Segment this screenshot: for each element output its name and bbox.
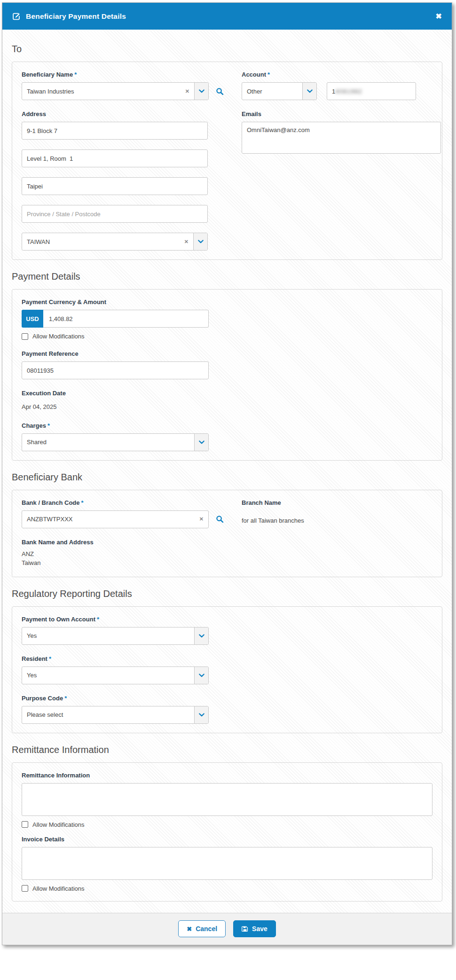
resident-value: Yes — [22, 667, 194, 684]
cancel-button[interactable]: ✖ Cancel — [178, 920, 226, 937]
chevron-down-icon — [194, 667, 208, 684]
modal-title: Beneficiary Payment Details — [26, 12, 126, 21]
bank-branch-code-label: Bank / Branch Code* — [22, 499, 242, 506]
search-icon[interactable] — [216, 87, 224, 95]
chevron-down-icon — [194, 627, 208, 644]
beneficiary-bank-panel: Bank / Branch Code* ✕ Bank Name and Addr… — [12, 490, 442, 577]
beneficiary-name-input[interactable] — [22, 83, 181, 100]
purpose-code-select[interactable]: Please select — [22, 706, 209, 724]
bank-country-line: Taiwan — [22, 559, 242, 568]
search-icon[interactable] — [216, 515, 224, 523]
payment-reference-input[interactable] — [22, 361, 209, 379]
required-asterisk: * — [49, 655, 51, 662]
address-line4-input[interactable] — [22, 205, 208, 223]
resident-label: Resident* — [22, 655, 432, 662]
bank-branch-code-input[interactable] — [22, 511, 195, 528]
emails-textarea[interactable]: OmniTaiwan@anz.com — [242, 122, 441, 154]
clear-x-icon[interactable]: ✕ — [181, 88, 194, 94]
payment-details-heading: Payment Details — [12, 271, 442, 282]
save-button[interactable]: Save — [233, 920, 276, 937]
payment-to-own-account-value: Yes — [22, 627, 194, 644]
charges-select[interactable]: Shared — [22, 433, 209, 451]
charges-label: Charges* — [22, 422, 432, 429]
bank-name-address-label: Bank Name and Address — [22, 539, 242, 546]
allow-modifications-amount-checkbox[interactable] — [22, 333, 28, 340]
beneficiary-name-label: Beneficiary Name* — [22, 71, 242, 78]
address-label: Address — [22, 110, 242, 118]
address-line1-input[interactable] — [22, 122, 208, 140]
account-number-blurred: 4081982 — [335, 88, 362, 95]
remittance-panel: Remittance Information Allow Modificatio… — [12, 762, 442, 902]
remittance-information-label: Remittance Information — [22, 772, 432, 779]
chevron-down-icon — [194, 706, 208, 723]
purpose-code-value: Please select — [22, 706, 194, 723]
to-section-heading: To — [12, 44, 442, 55]
bank-branch-code-combobox[interactable]: ✕ — [22, 510, 209, 528]
branch-name-value: for all Taiwan branches — [242, 517, 432, 525]
country-select[interactable]: ✕ — [22, 233, 208, 251]
chevron-down-icon[interactable] — [193, 233, 207, 250]
country-input[interactable] — [22, 233, 180, 250]
address-line2-input[interactable] — [22, 149, 208, 167]
beneficiary-payment-details-modal: Beneficiary Payment Details ✖ To Benefic… — [2, 2, 452, 945]
remittance-heading: Remittance Information — [12, 745, 442, 755]
to-panel: Beneficiary Name* ✕ — [12, 62, 442, 260]
edit-icon — [12, 12, 21, 21]
allow-modifications-invoice-row[interactable]: Allow Modifications — [22, 885, 432, 892]
required-asterisk: * — [267, 71, 270, 78]
remittance-information-textarea[interactable] — [22, 783, 432, 816]
beneficiary-name-combobox[interactable]: ✕ — [22, 82, 209, 100]
clear-x-icon[interactable]: ✕ — [180, 239, 193, 245]
bank-name-line: ANZ — [22, 550, 242, 559]
allow-modifications-invoice-checkbox[interactable] — [22, 885, 28, 892]
invoice-details-label: Invoice Details — [22, 836, 432, 843]
required-asterisk: * — [74, 71, 77, 78]
account-number-input[interactable]: 14081982 — [327, 82, 416, 100]
required-asterisk: * — [47, 422, 50, 429]
beneficiary-bank-heading: Beneficiary Bank — [12, 472, 442, 483]
account-number-prefix: 1 — [332, 88, 335, 95]
save-floppy-icon — [242, 925, 248, 932]
required-asterisk: * — [64, 695, 67, 702]
account-type-select[interactable]: Other — [242, 82, 317, 100]
invoice-details-textarea[interactable] — [22, 847, 432, 880]
payment-reference-label: Payment Reference — [22, 350, 432, 357]
cancel-label: Cancel — [196, 925, 217, 933]
required-asterisk: * — [97, 616, 99, 623]
modal-header: Beneficiary Payment Details ✖ — [2, 3, 452, 30]
allow-modifications-label: Allow Modifications — [32, 333, 85, 340]
execution-date-label: Execution Date — [22, 390, 432, 397]
allow-modifications-remittance-row[interactable]: Allow Modifications — [22, 821, 432, 828]
account-label: Account* — [242, 71, 441, 78]
allow-modifications-label: Allow Modifications — [32, 885, 85, 892]
allow-modifications-amount-row[interactable]: Allow Modifications — [22, 333, 432, 340]
chevron-down-icon — [194, 434, 208, 451]
account-type-value: Other — [242, 83, 302, 100]
execution-date-value: Apr 04, 2025 — [22, 403, 432, 412]
close-icon[interactable]: ✖ — [436, 13, 442, 20]
charges-value: Shared — [22, 434, 194, 451]
payment-to-own-account-label: Payment to Own Account* — [22, 616, 432, 623]
payment-details-panel: Payment Currency & Amount USD Allow Modi… — [12, 289, 442, 461]
save-label: Save — [252, 925, 267, 933]
modal-footer: ✖ Cancel Save — [2, 913, 452, 945]
regulatory-heading: Regulatory Reporting Details — [12, 588, 442, 599]
cancel-x-icon: ✖ — [187, 925, 192, 933]
required-asterisk: * — [81, 499, 84, 506]
emails-label: Emails — [242, 110, 441, 118]
address-line3-input[interactable] — [22, 177, 208, 195]
currency-badge: USD — [22, 310, 43, 328]
allow-modifications-label: Allow Modifications — [32, 821, 85, 828]
regulatory-panel: Payment to Own Account* Yes Resident* Ye… — [12, 606, 442, 733]
payment-to-own-account-select[interactable]: Yes — [22, 627, 209, 645]
clear-x-icon[interactable]: ✕ — [195, 516, 208, 522]
payment-currency-amount-label: Payment Currency & Amount — [22, 298, 432, 306]
amount-input[interactable] — [43, 310, 209, 328]
chevron-down-icon[interactable] — [194, 83, 208, 100]
branch-name-label: Branch Name — [242, 499, 432, 506]
purpose-code-label: Purpose Code* — [22, 695, 432, 702]
chevron-down-icon — [302, 83, 316, 100]
modal-body: To Beneficiary Name* ✕ — [2, 30, 452, 913]
allow-modifications-remittance-checkbox[interactable] — [22, 821, 28, 828]
resident-select[interactable]: Yes — [22, 666, 209, 684]
